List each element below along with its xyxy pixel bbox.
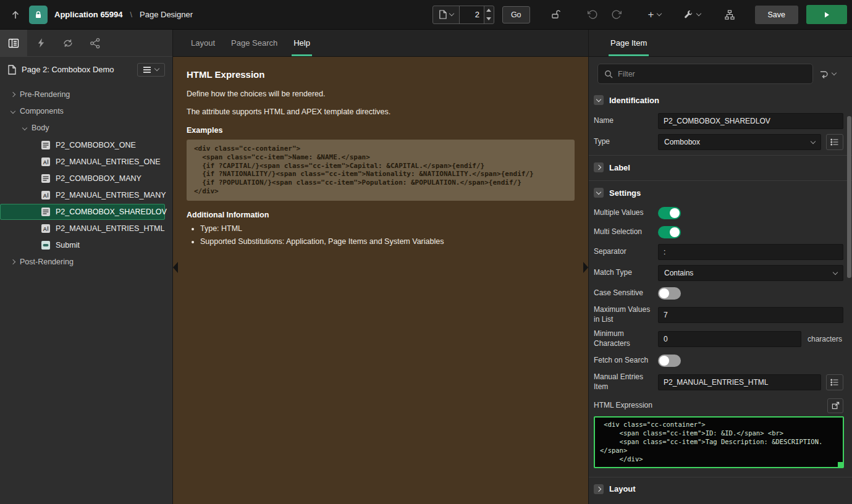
section-settings[interactable]: Settings xyxy=(589,180,852,203)
search-icon xyxy=(604,70,613,78)
tab-page-item[interactable]: Page Item xyxy=(602,30,655,56)
chevron-down-icon xyxy=(154,66,159,71)
page-selector-dropdown[interactable] xyxy=(433,6,459,23)
field-label: Minimum Characters xyxy=(594,329,658,348)
redo-icon xyxy=(611,9,622,20)
tree-item-label: P2_MANUAL_ENTRIES_MANY xyxy=(56,191,166,200)
tree-item[interactable]: Submit xyxy=(0,237,172,253)
multi-selection-toggle[interactable] xyxy=(658,226,681,238)
triangle-down-icon xyxy=(486,17,491,20)
create-dropdown-button[interactable]: + xyxy=(646,7,664,22)
combobox-item-icon xyxy=(41,174,51,183)
run-page-button[interactable] xyxy=(806,5,847,24)
chevron-down-icon xyxy=(22,125,27,130)
manual-entries-lov-button[interactable] xyxy=(826,374,843,390)
manual-entries-item-input[interactable] xyxy=(658,374,821,390)
tab-page-search[interactable]: Page Search xyxy=(223,30,285,56)
tree-node-pre-rendering[interactable]: Pre-Rendering xyxy=(0,86,172,103)
page-number-input[interactable] xyxy=(459,6,484,23)
html-expression-code: <div class="cc-container"> <span class="… xyxy=(600,420,838,463)
name-input[interactable] xyxy=(658,113,843,129)
section-layout[interactable]: Layout xyxy=(589,477,852,500)
curved-arrow-icon xyxy=(819,70,829,78)
open-in-modal-icon xyxy=(832,401,840,410)
separator-input[interactable] xyxy=(658,244,843,260)
jump-to-section-dropdown[interactable] xyxy=(819,70,836,78)
tab-layout[interactable]: Layout xyxy=(183,30,223,56)
svg-text:A: A xyxy=(43,159,48,165)
chevron-down-icon xyxy=(811,138,816,143)
section-label[interactable]: Label xyxy=(589,155,852,178)
field-row-maximum-values: Maximum Values in List xyxy=(589,303,852,327)
tab-page-shared-components[interactable] xyxy=(82,30,109,56)
lightning-icon xyxy=(36,38,46,48)
rendering-tree-icon xyxy=(8,38,19,49)
triangle-up-icon xyxy=(486,9,491,12)
undo-button[interactable] xyxy=(585,7,601,22)
section-label: Label xyxy=(609,163,630,172)
help-description-1: Define how the choices will be rendered. xyxy=(187,90,575,98)
left-sidebar: Page 2: Combobox Demo Pre-Rendering Comp… xyxy=(0,30,173,504)
select-value: Contains xyxy=(664,269,693,277)
example-code-block: <div class="cc-container"> <span class="… xyxy=(187,140,575,201)
editor-resize-handle[interactable] xyxy=(838,462,843,467)
tree-node-components[interactable]: Components xyxy=(0,103,172,120)
collapse-left-panel-handle[interactable] xyxy=(173,262,178,273)
tree-item-selected[interactable]: P2_COMBOBOX_SHAREDLOV xyxy=(0,204,165,220)
stepper-down-button[interactable] xyxy=(484,15,494,23)
fetch-on-search-toggle[interactable] xyxy=(658,355,681,367)
sidebar-tab-bar xyxy=(0,30,172,57)
multiple-values-toggle[interactable] xyxy=(658,207,681,219)
application-icon[interactable] xyxy=(29,6,48,24)
section-label: Settings xyxy=(609,188,641,198)
play-icon xyxy=(823,11,830,19)
tab-rendering[interactable] xyxy=(0,30,27,56)
tree-item-label: P2_MANUAL_ENTRIES_ONE xyxy=(56,158,161,166)
maximum-values-input[interactable] xyxy=(658,307,843,323)
tree-item[interactable]: A P2_MANUAL_ENTRIES_ONE xyxy=(0,154,172,170)
expand-section-icon xyxy=(594,484,604,494)
tree-item[interactable]: A P2_MANUAL_ENTRIES_HTML xyxy=(0,220,172,237)
combobox-item-icon xyxy=(41,140,51,150)
minimum-characters-input[interactable] xyxy=(658,331,801,347)
tree-node-body[interactable]: Body xyxy=(0,120,172,136)
chevron-down-icon xyxy=(449,11,454,16)
tab-dynamic-actions[interactable] xyxy=(27,30,54,56)
center-tab-bar: Layout Page Search Help xyxy=(173,30,588,57)
page-lock-button[interactable] xyxy=(548,7,563,22)
tab-processing[interactable] xyxy=(54,30,82,56)
page-menu-button[interactable] xyxy=(137,63,165,77)
page-icon xyxy=(7,65,16,75)
redo-button[interactable] xyxy=(609,7,624,22)
field-row-multiple-values: Multiple Values xyxy=(589,203,852,222)
field-label: Match Type xyxy=(594,268,658,278)
type-select[interactable]: Combobox xyxy=(658,134,821,150)
save-button[interactable]: Save xyxy=(755,6,799,24)
chevron-right-icon xyxy=(11,259,15,264)
filter-input[interactable] xyxy=(618,70,806,78)
tab-help[interactable]: Help xyxy=(285,30,318,56)
utilities-dropdown-button[interactable] xyxy=(681,7,703,22)
case-sensitive-toggle[interactable] xyxy=(658,287,681,300)
go-button[interactable]: Go xyxy=(502,6,530,23)
section-identification[interactable]: Identification xyxy=(589,90,852,111)
tree-node-post-rendering[interactable]: Post-Rendering xyxy=(0,254,172,271)
tree-item[interactable]: P2_COMBOBOX_ONE xyxy=(0,137,172,153)
up-arrow-button[interactable] xyxy=(9,8,22,22)
field-row-case-sensitive: Case Sensitive xyxy=(589,284,852,303)
scrollbar-thumb[interactable] xyxy=(847,116,851,278)
type-lov-button[interactable] xyxy=(826,134,843,150)
open-code-editor-button[interactable] xyxy=(827,398,843,413)
shared-components-button[interactable] xyxy=(722,7,737,22)
tree-item[interactable]: P2_COMBOBOX_MANY xyxy=(0,170,172,187)
stepper-up-button[interactable] xyxy=(484,6,494,15)
collapse-right-panel-handle[interactable] xyxy=(583,262,588,273)
chevron-down-icon xyxy=(696,11,701,16)
tree-item[interactable]: A P2_MANUAL_ENTRIES_MANY xyxy=(0,187,172,203)
field-label: Multi Selection xyxy=(594,227,658,237)
match-type-select[interactable]: Contains xyxy=(658,265,843,281)
field-label: Multiple Values xyxy=(594,208,658,218)
html-expression-header: HTML Expression xyxy=(589,395,852,414)
tree-node-label: Post-Rendering xyxy=(20,258,74,266)
html-expression-editor[interactable]: <div class="cc-container"> <span class="… xyxy=(594,416,844,468)
